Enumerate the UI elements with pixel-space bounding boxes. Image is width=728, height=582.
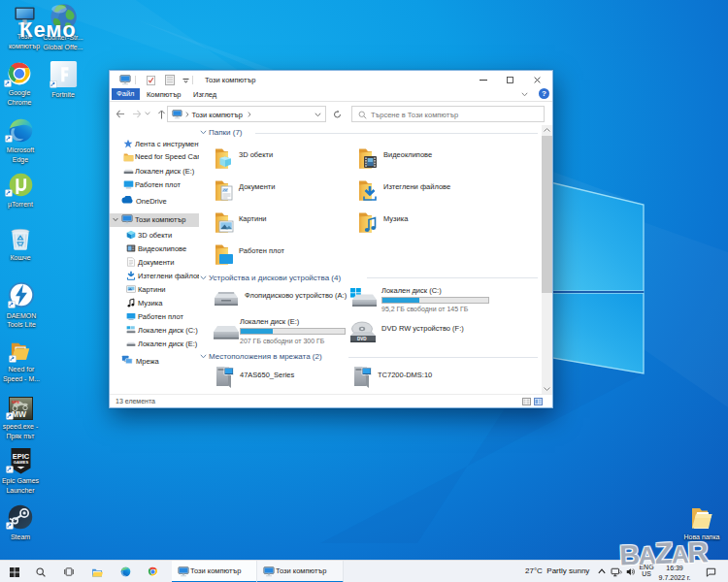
svg-text:NFS: NFS: [12, 400, 19, 404]
svg-text:DVD: DVD: [357, 337, 367, 341]
svg-text:GAMES: GAMES: [13, 460, 28, 465]
